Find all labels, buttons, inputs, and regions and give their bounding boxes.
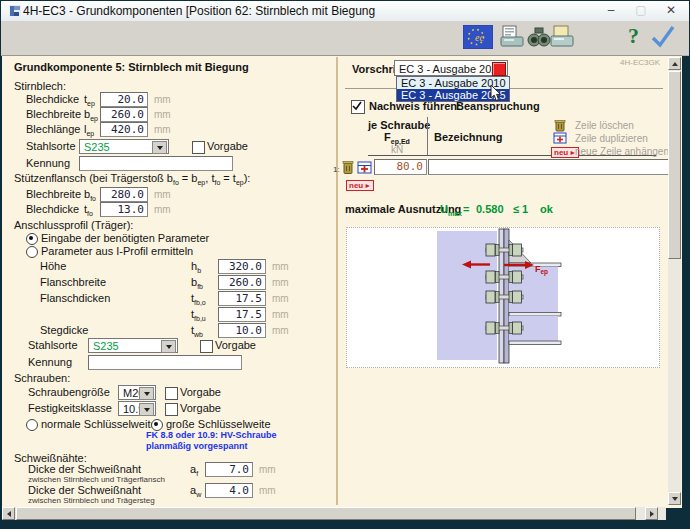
chevron-down-icon[interactable]: [139, 387, 154, 400]
eurocode-icon[interactable]: ec: [463, 25, 493, 49]
sym-sub: fo: [87, 210, 93, 217]
field-symbol: bep: [84, 108, 98, 122]
product-code: 4H-EC3GK: [620, 58, 660, 67]
field-symbol: twb: [191, 324, 203, 338]
duplicate-row-icon[interactable]: [357, 161, 372, 174]
maximize-button[interactable]: ▢: [630, 0, 652, 20]
neu-append-button[interactable]: neu: [346, 180, 374, 191]
unit-label: mm: [154, 108, 171, 121]
vorschrift-value: EC 3 - Ausgabe 2025: [399, 63, 504, 75]
radio-eingabe-parameter[interactable]: [26, 233, 38, 245]
flanschbreite-input[interactable]: 260.0: [218, 275, 266, 290]
schweissnaht-steg-input[interactable]: 4.0: [205, 483, 253, 498]
force-input[interactable]: 80.0: [374, 159, 427, 175]
window-title: 4H-EC3 - Grundkomponenten [Position 62: …: [23, 4, 375, 18]
vorschrift-select[interactable]: EC 3 - Ausgabe 2025: [394, 60, 508, 76]
radio-label: Eingabe der benötigten Parameter: [41, 232, 209, 245]
flanschdicke-stuetze-input[interactable]: 13.0: [100, 202, 148, 217]
connection-drawing: Fep: [347, 228, 657, 365]
horizontal-scroll-thumb[interactable]: [16, 507, 636, 520]
vorgabe-checkbox[interactable]: [165, 403, 178, 416]
weld-sublabel: zwischen Stirnblech und Trägerflansch: [28, 475, 165, 484]
unit-label: mm: [272, 292, 289, 305]
chevron-down-icon[interactable]: [139, 403, 154, 416]
sym-sub: ep: [87, 100, 95, 107]
festigkeitsklasse-select[interactable]: 10.9: [118, 401, 156, 416]
vorgabe-checkbox[interactable]: [200, 340, 213, 353]
field-label: Blechlänge: [26, 123, 80, 136]
field-symbol: tfb,u: [191, 308, 206, 322]
sym-sub: fo: [90, 195, 96, 202]
schweissnaht-flansch-input[interactable]: 7.0: [205, 462, 253, 477]
scroll-left-button[interactable]: [2, 507, 15, 520]
field-label: Blechbreite: [26, 188, 81, 201]
blechbreite-input[interactable]: 260.0: [100, 107, 148, 122]
scroll-right-button[interactable]: [645, 507, 658, 520]
close-button[interactable]: ✕: [660, 0, 682, 20]
search-icon[interactable]: [527, 24, 551, 50]
svg-text:ec: ec: [475, 32, 484, 43]
action-append-label: neue Zeile anhängen: [575, 146, 669, 157]
mouse-cursor: [490, 85, 502, 102]
scroll-up-button[interactable]: [668, 57, 681, 70]
stahlsorte-traeger-select[interactable]: S235: [88, 338, 178, 353]
vorgabe-checkbox[interactable]: [165, 387, 178, 400]
stegdicke-input[interactable]: 10.0: [218, 323, 266, 338]
blechdicke-input[interactable]: 20.0: [100, 92, 148, 107]
stahlsorte-value: S235: [84, 141, 110, 153]
vertical-scroll-thumb[interactable]: [668, 71, 681, 259]
app-icon: [8, 4, 22, 18]
chevron-down-icon[interactable]: [152, 141, 167, 154]
print-preview-icon[interactable]: [499, 24, 525, 50]
sym-sub: fb,u: [194, 315, 206, 322]
txt: = b: [179, 172, 198, 184]
kennung-label: Kennung: [26, 157, 70, 170]
sym-sub: fb,o: [194, 299, 206, 306]
flanschdicke-unten-input[interactable]: 17.5: [218, 307, 266, 322]
bezeichnung-input[interactable]: [428, 159, 671, 175]
kennung-traeger-input[interactable]: [88, 355, 242, 370]
vorschrift-red-button[interactable]: [492, 62, 506, 76]
chevron-down-icon[interactable]: [161, 340, 176, 353]
print-icon[interactable]: [549, 24, 575, 50]
result-eq: =: [463, 203, 469, 215]
flanschbreite-stuetze-input[interactable]: 280.0: [100, 187, 148, 202]
section-stirnblech: Stirnblech:: [14, 80, 66, 93]
weld-sublabel: zwischen Stirnblech und Trägersteg: [28, 496, 155, 505]
unit-label: mm: [154, 123, 171, 136]
action-delete-label: Zeile löschen: [575, 120, 634, 131]
section-schrauben: Schrauben:: [14, 372, 70, 385]
help-icon[interactable]: ?: [628, 23, 639, 49]
schraubengroesse-label: Schraubengröße: [28, 386, 110, 399]
nachweis-checkbox[interactable]: [351, 100, 365, 114]
txt: ):: [244, 172, 251, 184]
stahlsorte-label: Stahlsorte: [28, 339, 78, 352]
scroll-down-button[interactable]: [668, 492, 681, 505]
field-label: Höhe: [40, 260, 66, 273]
field-symbol: lep: [84, 123, 94, 137]
vorgabe-checkbox[interactable]: [192, 141, 205, 154]
confirm-icon[interactable]: [650, 25, 676, 49]
stahlsorte-select[interactable]: S235: [79, 139, 169, 154]
sym-sub: ep: [90, 115, 98, 122]
result-sub: max: [448, 210, 462, 217]
stahlsorte-value: S235: [93, 340, 119, 352]
connection-diagram: Fep: [346, 227, 660, 368]
delete-row-icon[interactable]: [342, 160, 354, 174]
radio-iprofil[interactable]: [26, 246, 38, 258]
kennung-input[interactable]: [79, 156, 233, 171]
unit-label: mm: [272, 308, 289, 321]
hoehe-input[interactable]: 320.0: [218, 259, 266, 274]
flanschdicke-oben-input[interactable]: 17.5: [218, 291, 266, 306]
schraubengroesse-select[interactable]: M20: [118, 385, 156, 400]
field-symbol: tfo: [84, 203, 93, 217]
action-duplicate-label: Zeile duplizieren: [575, 133, 648, 144]
blechlaenge-input[interactable]: 420.0: [100, 122, 148, 137]
schrauben-hinweis-2: planmäßig vorgespannt: [146, 441, 248, 451]
unit-label: mm: [272, 260, 289, 273]
result-sym: U: [440, 203, 448, 215]
field-symbol: bfo: [84, 188, 96, 202]
row-index: 1:: [333, 165, 340, 174]
radio-normale-schluesselweite[interactable]: [26, 419, 38, 431]
minimize-button[interactable]: –: [600, 0, 622, 20]
